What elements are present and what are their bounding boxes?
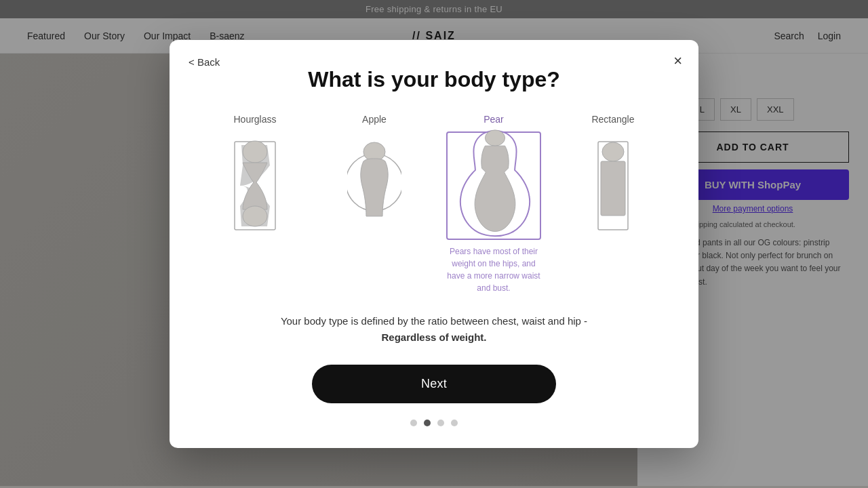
pear-image xyxy=(446,131,541,240)
dot-2 xyxy=(424,420,431,426)
info-text: Your body type is defined by the ratio b… xyxy=(197,313,671,346)
rectangle-image xyxy=(566,131,660,240)
body-type-pear[interactable]: Pear Pears have most of their weight on … xyxy=(439,114,548,294)
close-button[interactable]: × xyxy=(673,54,682,68)
pear-outline-svg xyxy=(448,127,542,243)
body-type-apple[interactable]: Apple xyxy=(320,114,429,294)
apple-label: Apple xyxy=(362,114,387,125)
progress-dots xyxy=(197,420,671,426)
pear-description: Pears have most of their weight on the h… xyxy=(443,245,545,294)
svg-point-7 xyxy=(602,142,624,161)
modal-title: What is your body type? xyxy=(197,67,671,92)
apple-image xyxy=(327,131,422,240)
rectangle-svg xyxy=(586,138,640,233)
dot-4 xyxy=(451,420,458,426)
dot-1 xyxy=(410,420,417,426)
dot-3 xyxy=(437,420,444,426)
apple-svg xyxy=(347,138,401,233)
modal: < Back × What is your body type? Hourgla… xyxy=(170,40,698,448)
body-type-rectangle[interactable]: Rectangle xyxy=(559,114,667,294)
svg-rect-8 xyxy=(601,161,625,216)
svg-point-5 xyxy=(485,130,505,146)
pear-label: Pear xyxy=(484,114,504,125)
rectangle-label: Rectangle xyxy=(591,114,634,125)
next-button[interactable]: Next xyxy=(312,365,556,403)
body-type-hourglass[interactable]: Hourglass xyxy=(201,114,309,294)
back-button[interactable]: < Back xyxy=(189,56,220,68)
svg-point-1 xyxy=(243,141,267,163)
hourglass-image xyxy=(208,131,302,240)
body-types-row: Hourglass Apple xyxy=(197,114,671,294)
modal-overlay: < Back × What is your body type? Hourgla… xyxy=(0,0,868,488)
hourglass-label: Hourglass xyxy=(233,114,276,125)
hourglass-svg xyxy=(228,138,282,233)
svg-point-2 xyxy=(243,206,267,226)
